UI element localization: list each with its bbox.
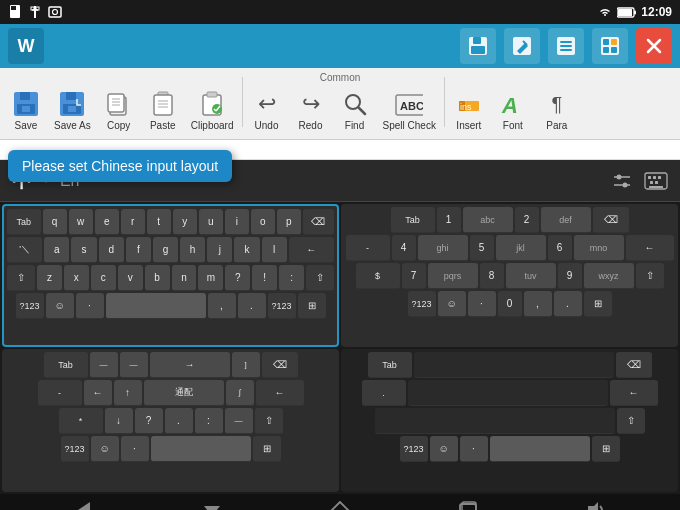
key-e[interactable]: e (95, 209, 119, 235)
phone-8[interactable]: 8 (480, 263, 504, 289)
key-a[interactable]: a (44, 237, 69, 263)
toolbar-spellcheck-button[interactable]: ABC Spell Check (377, 86, 442, 135)
phone-1[interactable]: 1 (437, 207, 461, 233)
key-backspace[interactable]: ⌫ (303, 209, 334, 235)
ep-enter[interactable]: ← (610, 380, 658, 406)
cn-arrow-up[interactable]: ↑ (114, 380, 142, 406)
key-shift-left[interactable]: ⇧ (7, 265, 35, 291)
cn-k1[interactable]: — (90, 352, 118, 378)
cn-shift[interactable]: ⇧ (255, 408, 283, 434)
cn-col[interactable]: : (195, 408, 223, 434)
phone-tuv[interactable]: tuv (506, 263, 556, 289)
key-enter[interactable]: ← (289, 237, 334, 263)
toolbar-redo-button[interactable]: ↪ Redo (289, 86, 333, 135)
phone-jkl[interactable]: jkl (496, 235, 546, 261)
toolbar-para-button[interactable]: ¶ Para (535, 86, 579, 135)
cn-enter[interactable]: ← (256, 380, 304, 406)
key-m[interactable]: m (198, 265, 223, 291)
toolbar-font-button[interactable]: A Font (491, 86, 535, 135)
title-grid-button[interactable] (592, 28, 628, 64)
ep-dot-bottom[interactable]: · (460, 436, 488, 462)
cn-dot[interactable]: . (165, 408, 193, 434)
key-num-switch[interactable]: ?123 (16, 293, 44, 319)
toolbar-save-button[interactable]: Save (4, 86, 48, 135)
cn-emoji[interactable]: ☺ (91, 436, 119, 462)
phone-4[interactable]: 4 (392, 235, 416, 261)
key-colon[interactable]: : (279, 265, 304, 291)
key-space[interactable] (106, 293, 206, 319)
key-b[interactable]: b (145, 265, 170, 291)
app-icon[interactable]: W (8, 28, 44, 64)
key-grid[interactable]: ⊞ (298, 293, 326, 319)
nav-volume-button[interactable] (564, 494, 628, 511)
key-y[interactable]: y (173, 209, 197, 235)
key-j[interactable]: j (207, 237, 232, 263)
title-edit-button[interactable] (504, 28, 540, 64)
key-period[interactable]: . (238, 293, 266, 319)
phone-5[interactable]: 5 (470, 235, 494, 261)
nav-recent-button[interactable] (436, 494, 500, 511)
key-d[interactable]: d (99, 237, 124, 263)
phone-tab[interactable]: Tab (391, 207, 435, 233)
cn-quest[interactable]: ? (135, 408, 163, 434)
toolbar-paste-button[interactable]: Paste (141, 86, 185, 135)
cn-arrow-left[interactable]: ← (84, 380, 112, 406)
ime-settings-icon[interactable] (612, 171, 632, 191)
key-w[interactable]: w (69, 209, 93, 235)
key-tab[interactable]: Tab (7, 209, 41, 235)
key-num-switch2[interactable]: ?123 (268, 293, 296, 319)
ep-space[interactable] (490, 436, 590, 462)
key-h[interactable]: h (180, 237, 205, 263)
cn-tab[interactable]: Tab (44, 352, 88, 378)
key-question[interactable]: ? (225, 265, 250, 291)
phone-abc[interactable]: abc (463, 207, 513, 233)
phone-pqrs[interactable]: pqrs (428, 263, 478, 289)
toolbar-undo-button[interactable]: ↩ Undo (245, 86, 289, 135)
key-g[interactable]: g (153, 237, 178, 263)
key-k[interactable]: k (234, 237, 259, 263)
key-emoji[interactable]: ☺ (46, 293, 74, 319)
phone-dash[interactable]: - (346, 235, 390, 261)
cn-k5[interactable]: — (225, 408, 253, 434)
nav-down-button[interactable] (180, 494, 244, 511)
toolbar-clipboard-button[interactable]: Clipboard (185, 86, 240, 135)
key-u[interactable]: u (199, 209, 223, 235)
key-shift-right[interactable]: ⇧ (306, 265, 334, 291)
key-i[interactable]: i (225, 209, 249, 235)
cn-star[interactable]: * (59, 408, 103, 434)
nav-home-button[interactable] (308, 494, 372, 511)
phone-7[interactable]: 7 (402, 263, 426, 289)
phone-emoji[interactable]: ☺ (438, 291, 466, 317)
cn-arrow-down[interactable]: ↓ (105, 408, 133, 434)
cn-space[interactable] (151, 436, 251, 462)
cn-num-switch[interactable]: ?123 (61, 436, 89, 462)
toolbar-copy-button[interactable]: Copy (97, 86, 141, 135)
cn-wildcard[interactable]: 通配 (144, 380, 224, 406)
cn-backspace[interactable]: ⌫ (262, 352, 298, 378)
cn-k2[interactable]: — (120, 352, 148, 378)
key-exclaim[interactable]: ! (252, 265, 277, 291)
cn-k4[interactable]: ∫ (226, 380, 254, 406)
cn-dot-bottom[interactable]: · (121, 436, 149, 462)
phone-9[interactable]: 9 (558, 263, 582, 289)
ep-emoji[interactable]: ☺ (430, 436, 458, 462)
ep-num-switch[interactable]: ?123 (400, 436, 428, 462)
key-x[interactable]: x (64, 265, 89, 291)
phone-grid[interactable]: ⊞ (584, 291, 612, 317)
key-s[interactable]: s (71, 237, 96, 263)
key-o[interactable]: o (251, 209, 275, 235)
phone-dot[interactable]: · (468, 291, 496, 317)
phone-enter[interactable]: ← (626, 235, 674, 261)
phone-shift[interactable]: ⇧ (636, 263, 664, 289)
cn-k3[interactable]: ] (232, 352, 260, 378)
phone-period[interactable]: . (554, 291, 582, 317)
key-r[interactable]: r (121, 209, 145, 235)
phone-6[interactable]: 6 (548, 235, 572, 261)
key-l[interactable]: l (262, 237, 287, 263)
ep-backspace[interactable]: ⌫ (616, 352, 652, 378)
title-save-button[interactable] (460, 28, 496, 64)
key-z[interactable]: z (37, 265, 62, 291)
key-f[interactable]: f (126, 237, 151, 263)
key-q[interactable]: q (43, 209, 67, 235)
phone-2[interactable]: 2 (515, 207, 539, 233)
